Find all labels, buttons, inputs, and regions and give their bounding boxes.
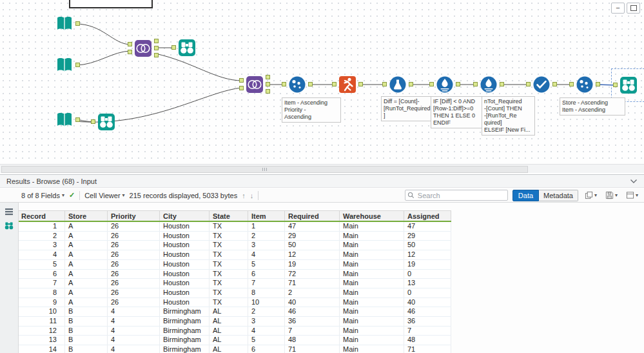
- search-input[interactable]: [405, 190, 508, 201]
- annotation-multirow-2[interactable]: nTot_Required -[Count] THEN -[RunTot_Re …: [482, 96, 535, 136]
- cell[interactable]: 6: [248, 345, 285, 353]
- cell[interactable]: 29: [285, 231, 340, 241]
- cell[interactable]: TX: [210, 241, 248, 250]
- table-row[interactable]: 7A26HoustonTX771Main13: [18, 279, 451, 288]
- input-anchor[interactable]: [473, 82, 478, 86]
- input-data-tool-1[interactable]: [55, 14, 74, 34]
- input-anchor[interactable]: [91, 119, 95, 124]
- cell[interactable]: Houston: [160, 231, 210, 241]
- cell[interactable]: TX: [210, 288, 248, 298]
- cell[interactable]: TX: [210, 259, 248, 269]
- cell[interactable]: 29: [404, 231, 451, 241]
- data-view-icon[interactable]: [2, 205, 16, 218]
- cell[interactable]: Main: [340, 221, 404, 231]
- cell[interactable]: 36: [404, 317, 451, 327]
- cell[interactable]: Houston: [160, 279, 210, 288]
- cell[interactable]: 12: [18, 326, 65, 336]
- table-row[interactable]: 10B4BirminghamAL246Main46: [18, 307, 451, 317]
- sort-tool-1[interactable]: [288, 75, 307, 94]
- column-header-record[interactable]: Record: [18, 211, 65, 222]
- cell[interactable]: A: [65, 279, 108, 288]
- cell[interactable]: 0: [404, 288, 451, 298]
- cell[interactable]: TX: [210, 250, 248, 260]
- input-anchor-right[interactable]: [239, 86, 244, 90]
- cell[interactable]: A: [65, 231, 108, 241]
- input-anchor[interactable]: [569, 82, 574, 86]
- cell[interactable]: Houston: [160, 241, 210, 250]
- cell[interactable]: TX: [210, 269, 248, 279]
- column-header-priority[interactable]: Priority: [108, 211, 160, 222]
- cell[interactable]: B: [65, 336, 108, 345]
- cell[interactable]: Main: [340, 231, 404, 241]
- table-row[interactable]: 9A26HoustonTX1040Main40: [18, 298, 451, 307]
- run-command-tool[interactable]: [338, 75, 357, 94]
- cell[interactable]: 13: [18, 336, 65, 345]
- open-results-window-button[interactable]: ▾: [624, 190, 640, 201]
- cell[interactable]: AL: [210, 317, 248, 327]
- output-anchor-left[interactable]: [266, 75, 270, 79]
- cell[interactable]: 8: [18, 288, 65, 298]
- column-header-store[interactable]: Store: [65, 211, 108, 222]
- cell[interactable]: Main: [340, 279, 404, 288]
- results-panel-header[interactable]: Results - Browse (68) - Input: [0, 174, 644, 188]
- data-view-button[interactable]: Data: [512, 190, 539, 201]
- workflow-canvas[interactable]: Item - Ascending Priority - Ascending Di…: [0, 0, 644, 174]
- cell[interactable]: Main: [340, 259, 404, 269]
- cell[interactable]: 48: [404, 336, 451, 345]
- cell[interactable]: Main: [340, 336, 404, 345]
- cell[interactable]: B: [65, 307, 108, 317]
- output-anchor[interactable]: [308, 82, 313, 86]
- cell[interactable]: Main: [340, 317, 404, 327]
- cell[interactable]: 1: [248, 221, 285, 231]
- cell[interactable]: 12: [285, 250, 340, 260]
- cell[interactable]: 4: [108, 336, 160, 345]
- cell[interactable]: Main: [340, 288, 404, 298]
- cell[interactable]: 19: [404, 259, 451, 269]
- cell[interactable]: 7: [404, 326, 451, 336]
- cell[interactable]: 14: [18, 345, 65, 353]
- cell[interactable]: 8: [248, 288, 285, 298]
- cell[interactable]: 4: [248, 250, 285, 260]
- cell[interactable]: 3: [248, 241, 285, 250]
- column-header-state[interactable]: State: [210, 211, 248, 222]
- cell[interactable]: Birmingham: [160, 326, 210, 336]
- input-anchor-right[interactable]: [128, 50, 132, 54]
- input-data-tool-3[interactable]: [55, 110, 74, 130]
- multi-row-formula-tool-2[interactable]: [479, 75, 498, 94]
- output-anchor[interactable]: [75, 117, 80, 122]
- cell[interactable]: 50: [404, 241, 451, 250]
- cell[interactable]: AL: [210, 307, 248, 317]
- output-anchor-join[interactable]: [154, 46, 159, 50]
- cell[interactable]: 26: [108, 221, 160, 231]
- table-row[interactable]: 8A26HoustonTX82Main0: [18, 288, 451, 298]
- cell[interactable]: 4: [108, 317, 160, 327]
- save-button[interactable]: ▾: [603, 190, 620, 201]
- browse-tool-1[interactable]: [177, 38, 197, 57]
- cell[interactable]: Main: [340, 250, 404, 260]
- cell[interactable]: 2: [18, 231, 65, 241]
- cell[interactable]: A: [65, 259, 108, 269]
- cell[interactable]: 4: [108, 307, 160, 317]
- table-row[interactable]: 13B4BirminghamAL548Main48: [18, 336, 451, 345]
- cell[interactable]: 46: [285, 307, 340, 317]
- cell[interactable]: AL: [210, 345, 248, 353]
- cell[interactable]: Main: [340, 345, 404, 353]
- output-anchor[interactable]: [75, 21, 80, 26]
- cell[interactable]: 10: [18, 307, 65, 317]
- cell[interactable]: 26: [108, 298, 160, 307]
- cell[interactable]: 3: [18, 241, 65, 250]
- annotation-sort-1[interactable]: Item - Ascending Priority - Ascending: [282, 97, 341, 123]
- cell[interactable]: 1: [18, 221, 65, 231]
- browse-tool-3[interactable]: [97, 112, 116, 132]
- cell[interactable]: Birmingham: [160, 345, 210, 353]
- output-anchor-right[interactable]: [154, 53, 159, 57]
- cell[interactable]: 26: [108, 279, 160, 288]
- cell[interactable]: Main: [340, 326, 404, 336]
- cell[interactable]: A: [65, 221, 108, 231]
- multi-row-formula-tool-1[interactable]: [435, 75, 454, 94]
- cell[interactable]: 0: [404, 269, 451, 279]
- cell[interactable]: 10: [248, 298, 285, 307]
- cell[interactable]: 4: [108, 345, 160, 353]
- cell[interactable]: 36: [285, 317, 340, 327]
- cell[interactable]: Main: [340, 241, 404, 250]
